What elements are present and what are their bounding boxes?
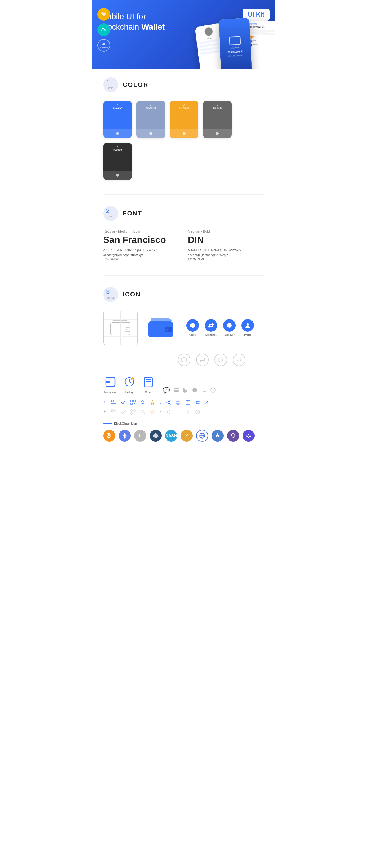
svg-point-10 (247, 323, 249, 326)
ethereum-icon (119, 430, 131, 442)
svg-rect-52 (131, 412, 133, 414)
svg-point-26 (192, 388, 197, 393)
dot-icon (192, 387, 198, 393)
crypto-icons-row: Ł DASH Z (103, 430, 264, 442)
zcash-icon: Z (181, 430, 193, 442)
info-icon (210, 387, 216, 393)
svg-point-29 (213, 389, 213, 389)
history-icon-item: History (122, 375, 137, 394)
phone-mockups: Profile myWallet $6,297,502.12 BTC · ETH… (201, 18, 275, 69)
swatch-blue: #3574FA (103, 101, 132, 138)
svg-point-12 (238, 358, 240, 360)
profile-outline-item (233, 353, 246, 366)
discover-icon (223, 319, 236, 332)
wallet-filled-box (143, 311, 178, 345)
svg-rect-37 (134, 401, 135, 401)
assets-outline-icon (178, 353, 190, 366)
assets-nav-item: Assets (186, 319, 199, 336)
blockchain-label: BlockChain Icon (103, 422, 264, 425)
bitcoin-icon (103, 430, 115, 442)
plus-icon-ghost: + (103, 409, 106, 415)
svg-rect-39 (134, 403, 134, 405)
discover-outline-item (215, 353, 227, 366)
svg-point-61 (248, 434, 250, 435)
management-icon (103, 375, 117, 389)
font-sf: Regular · Medium · Bold San Francisco AB… (103, 229, 179, 261)
ark-icon (211, 430, 224, 442)
chat-icon: 💬 (163, 387, 170, 394)
polkadot-icon (243, 430, 255, 442)
exchange-outline-icon (196, 353, 209, 366)
exchange-icon (205, 319, 217, 332)
screens-badge: 60+ Screens (97, 39, 110, 52)
check-icon (121, 400, 126, 405)
chat-outline-icon (201, 387, 207, 393)
color-section: 1 ONE COLOR #3574FA #8DA0C8 (103, 78, 264, 180)
svg-point-63 (250, 436, 251, 437)
font-grid: Regular · Medium · Bold San Francisco AB… (103, 229, 264, 261)
wings-icon (150, 430, 162, 442)
app-icons-row: Mangment History (103, 375, 264, 394)
profile-icon (242, 319, 254, 332)
svg-rect-47 (111, 410, 113, 412)
order-icon (141, 375, 156, 389)
svg-point-62 (247, 436, 248, 437)
swatch-steel: #8DA0C8 (137, 101, 165, 138)
svg-line-54 (144, 413, 145, 414)
search-icon (140, 400, 145, 405)
icon-top-row: Assets Exchange Discover (103, 311, 264, 345)
nav-icons-filled: Assets Exchange Discover (186, 319, 254, 336)
svg-rect-38 (131, 404, 132, 404)
grid-crypto-icon (196, 430, 208, 442)
order-icon-item: Order (141, 375, 156, 394)
svg-rect-16 (111, 377, 115, 386)
color-swatches: #3574FA #8DA0C8 #F5A623 #6 (103, 101, 264, 180)
svg-point-5 (125, 329, 127, 330)
chevron-left-icon: ‹ (160, 400, 161, 405)
svg-rect-51 (134, 410, 135, 411)
svg-point-18 (131, 377, 134, 380)
swatch-orange: #F5A623 (170, 101, 198, 138)
svg-marker-55 (150, 410, 155, 414)
settings-icon (175, 400, 181, 405)
sketch-badge (97, 8, 110, 21)
font-din: Medium · Bold DIN ABCDEFGHIJKLMNOPQRSTUV… (188, 229, 264, 261)
svg-point-64 (248, 437, 249, 438)
color-section-header: 1 ONE COLOR (103, 78, 264, 92)
management-icon-item: Mangment (103, 375, 117, 394)
color-section-title: COLOR (123, 81, 148, 89)
upload-icon (185, 400, 190, 405)
divider-1 (103, 194, 264, 194)
icon-section-header: 3 THREE ICON (103, 287, 264, 302)
blockchain-line (103, 423, 112, 424)
svg-rect-19 (144, 377, 152, 387)
moon-icon (182, 387, 188, 393)
swatch-dark: #303030 (103, 143, 132, 180)
font-section-title: FONT (123, 210, 142, 217)
stack-icon (173, 387, 179, 393)
qr-icon (131, 400, 136, 405)
svg-point-65 (246, 435, 247, 436)
diamond-crypto-icon (227, 430, 239, 442)
hero-section: Mobile UI for Blockchain Wallet UI Kit P… (92, 0, 275, 69)
svg-rect-13 (106, 377, 115, 386)
wallet-filled-icon (148, 317, 173, 338)
divider-2 (103, 275, 264, 276)
hero-title: Mobile UI for Blockchain Wallet (101, 11, 186, 32)
svg-rect-36 (131, 401, 132, 401)
color-section-number: 1 ONE (103, 78, 118, 92)
phone-mock-2: myWallet $6,297,502.12 BTC · ETH · WAVES (219, 18, 252, 69)
svg-point-9 (227, 323, 232, 328)
svg-rect-30 (111, 400, 113, 402)
svg-line-42 (144, 403, 145, 405)
discover-outline-icon (215, 353, 227, 366)
svg-rect-25 (174, 391, 179, 393)
assets-outline-item (178, 353, 190, 366)
small-icons-row-1: + ‹ ✕ (103, 399, 264, 405)
ghost-icons-row: + ‹ (103, 409, 264, 415)
main-content: 1 ONE COLOR #3574FA #8DA0C8 (92, 69, 275, 465)
plus-icon: + (103, 399, 106, 405)
litecoin-icon: Ł (134, 430, 146, 442)
nav-icons-outline-row (178, 353, 264, 366)
utility-icons-row: 💬 (163, 387, 216, 394)
